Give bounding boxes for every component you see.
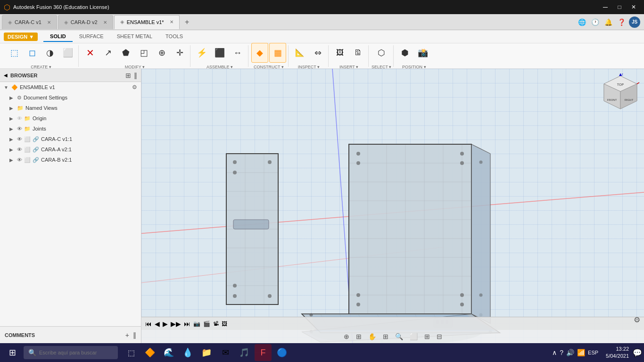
maximize-button[interactable]: □ (613, 0, 626, 14)
spotify-app[interactable]: 🎵 (236, 344, 253, 361)
language-label[interactable]: ESP (588, 350, 598, 355)
help-sys-icon[interactable]: ? (560, 349, 563, 356)
tab-cara-c[interactable]: ◈ CARA-C v1 ✕ (2, 15, 57, 29)
search-bar[interactable]: 🔍 (24, 346, 118, 359)
tree-item-cara-a[interactable]: ▶ 👁 ⬜ 🔗 CARA-A v2:1 (0, 144, 141, 155)
comments-add-button[interactable]: + (125, 331, 129, 339)
browser-collapse-button[interactable]: ‖ (134, 72, 137, 79)
globe-icon[interactable]: 🌐 (576, 16, 587, 28)
decal-button[interactable]: 🖻 (349, 43, 366, 63)
timeline-prev-button[interactable]: ◀ (155, 320, 160, 328)
fit-all-button[interactable]: ⊕ (342, 332, 351, 341)
help-icon[interactable]: ❓ (616, 16, 627, 28)
tree-arrow-doc-settings[interactable]: ▶ (9, 95, 15, 100)
motion-link-button[interactable]: ↔ (229, 43, 246, 63)
tab-ensamble-close[interactable]: ✕ (170, 19, 173, 25)
chamfer-button[interactable]: ⬟ (117, 43, 134, 63)
tree-item-origin[interactable]: ▶ 👁 📁 Origin (0, 113, 141, 123)
tree-icon-joints-eye[interactable]: 👁 (17, 126, 22, 132)
tree-arrow-origin[interactable]: ▶ (9, 116, 15, 121)
design-menu[interactable]: DESIGN ▼ (4, 33, 38, 41)
search-input[interactable] (39, 350, 110, 355)
joint-button[interactable]: ⚡ (193, 43, 210, 63)
tab-sheet-metal[interactable]: SHEET METAL (110, 32, 159, 42)
volume-icon[interactable]: 🔊 (566, 349, 574, 356)
tree-icon-cara-c-eye[interactable]: 👁 (17, 136, 22, 142)
tree-arrow-cara-b[interactable]: ▶ (9, 157, 15, 163)
tree-icon-cara-a-eye[interactable]: 👁 (17, 147, 22, 152)
office-app[interactable]: 🔶 (141, 344, 158, 361)
measure-button[interactable]: 📐 (291, 43, 308, 63)
tab-solid[interactable]: SOLID (43, 32, 73, 42)
taskbar-clock[interactable]: 13:22 5/04/2021 (606, 346, 629, 360)
chrome-app[interactable]: 🔵 (273, 344, 290, 361)
viewport[interactable]: TOP FRONT RIGHT Z ⊕ ⊞ ✋ (141, 69, 644, 343)
tab-cara-d[interactable]: ◈ CARA-D v2 ✕ (58, 15, 113, 29)
fluent-app[interactable]: F (255, 344, 272, 361)
task-view-button[interactable]: ⬚ (123, 344, 140, 361)
capture-button[interactable]: 📸 (414, 43, 431, 63)
start-button[interactable]: ⊞ (2, 343, 23, 362)
tree-arrow-root[interactable]: ▼ (4, 85, 9, 90)
shell-button[interactable]: ◰ (135, 43, 152, 63)
fillet-button[interactable]: ↗ (99, 43, 116, 63)
tree-arrow-named-views[interactable]: ▶ (9, 106, 15, 111)
tab-tools[interactable]: TOOLS (159, 32, 190, 42)
combine-button[interactable]: ⊕ (153, 43, 170, 63)
mail-app[interactable]: ✉ (217, 344, 234, 361)
browser-expand-button[interactable]: ⊞ (125, 72, 131, 79)
explorer-app[interactable]: 📁 (198, 344, 215, 361)
tree-item-cara-c[interactable]: ▶ 👁 ⬜ 🔗 CARA-C v1:1 (0, 134, 141, 144)
chevron-up-icon[interactable]: ∧ (552, 349, 557, 356)
clock-icon[interactable]: 🕐 (589, 16, 601, 28)
construct-axis-button[interactable]: ▦ (269, 43, 286, 63)
settings-gear-button[interactable]: ⚙ (632, 313, 642, 326)
tree-item-root[interactable]: ▼ 🔶 ENSAMBLE v1 ⚙ (0, 82, 141, 92)
press-pull-button[interactable]: ✕ (82, 43, 99, 63)
timeline-start-button[interactable]: ⏮ (145, 320, 152, 328)
tree-arrow-cara-a[interactable]: ▶ (9, 147, 15, 152)
tree-icon-cara-b-eye[interactable]: 👁 (17, 157, 22, 163)
timeline-end-button[interactable]: ⏭ (184, 320, 190, 328)
tab-ensamble[interactable]: ◈ ENSAMBLE v1* ✕ (114, 15, 180, 29)
interference-button[interactable]: ⇔ (309, 43, 326, 63)
insert-mesh-button[interactable]: 🖼 (331, 43, 348, 63)
create-form-button[interactable]: ◑ (41, 43, 58, 63)
dropbox-app[interactable]: 💧 (179, 344, 196, 361)
construct-plane-button[interactable]: ◆ (251, 43, 268, 63)
tree-item-named-views[interactable]: ▶ 📁 Named Views (0, 103, 141, 113)
align-button[interactable]: ⬢ (396, 43, 413, 63)
select-button[interactable]: ⬡ (373, 43, 390, 63)
tree-settings-icon[interactable]: ⚙ (132, 84, 137, 90)
viewcube[interactable]: TOP FRONT RIGHT Z (602, 74, 639, 111)
zoom-button[interactable]: 🔍 (393, 332, 405, 341)
create-sketch-button[interactable]: ◻ (24, 43, 41, 63)
new-tab-button[interactable]: + (181, 16, 194, 29)
view-settings-button[interactable]: ⊟ (435, 332, 444, 341)
tree-item-doc-settings[interactable]: ▶ ⚙ Document Settings (0, 92, 141, 103)
move-button[interactable]: ✛ (171, 43, 188, 63)
user-initials[interactable]: JS (629, 16, 640, 28)
create-more-button[interactable]: ⬜ (59, 43, 76, 63)
comments-collapse-button[interactable]: ‖ (133, 331, 136, 339)
timeline-play-button[interactable]: ▶ (163, 320, 168, 328)
tab-surface[interactable]: SURFACE (73, 32, 110, 42)
edge-app[interactable]: 🌊 (160, 344, 177, 361)
tab-cara-c-close[interactable]: ✕ (47, 20, 51, 25)
rigid-group-button[interactable]: ⬛ (211, 43, 228, 63)
tree-item-cara-b[interactable]: ▶ 👁 ⬜ 🔗 CARA-B v2:1 (0, 155, 141, 165)
grid-button[interactable]: ⊞ (422, 332, 432, 341)
minimize-button[interactable]: ─ (599, 0, 612, 14)
bell-icon[interactable]: 🔔 (603, 16, 614, 28)
home-button[interactable]: ⊞ (354, 332, 363, 341)
tree-arrow-cara-c[interactable]: ▶ (9, 137, 15, 142)
notification-icon[interactable]: 💬 (633, 348, 642, 357)
pan-button[interactable]: ✋ (366, 332, 378, 341)
tree-arrow-joints[interactable]: ▶ (9, 126, 15, 132)
zoom-fit-button[interactable]: ⊞ (381, 332, 390, 341)
new-component-button[interactable]: ⬚ (6, 43, 23, 63)
tab-cara-d-close[interactable]: ✕ (103, 20, 107, 25)
tree-item-joints[interactable]: ▶ 👁 📁 Joints (0, 123, 141, 134)
close-button[interactable]: ✕ (627, 0, 640, 14)
display-mode-button[interactable]: ⬜ (408, 332, 420, 341)
